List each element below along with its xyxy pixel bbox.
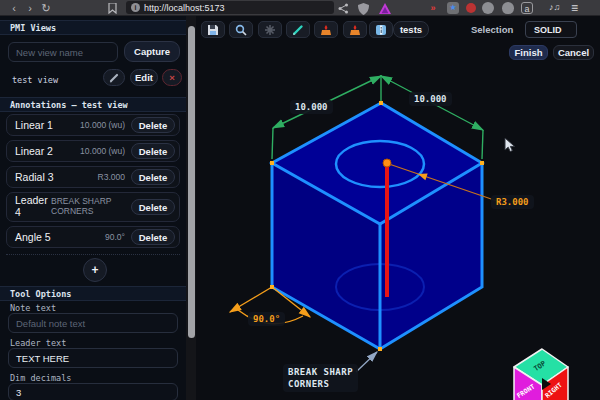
sidebar: PMI Views New view name Capture test vie… [0, 16, 186, 400]
settings-button[interactable] [258, 21, 282, 38]
dim-decimals-input[interactable]: 3 [8, 383, 178, 400]
delete-button[interactable]: Delete [131, 143, 175, 159]
annotation-name: Leader 4 [15, 195, 49, 218]
dim-label-linear-right[interactable]: 10.000 [409, 92, 452, 106]
forward-icon[interactable]: › [22, 0, 38, 16]
reload-icon[interactable]: ↻ [38, 0, 54, 16]
annotation-row-linear-1: Linear 1 10.000 (wu) Delete [6, 114, 180, 136]
mouse-cursor [505, 138, 515, 152]
shield-icon[interactable] [358, 3, 369, 15]
new-view-name-input[interactable]: New view name [8, 42, 118, 62]
delete-button[interactable]: Delete [131, 169, 175, 185]
delete-view-button[interactable]: × [162, 69, 182, 86]
dim-decimals-value: 3 [16, 387, 21, 398]
menu-icon[interactable]: ≡ [571, 1, 578, 15]
selection-label: Selection [471, 24, 513, 35]
capture-button[interactable]: Capture [124, 41, 180, 62]
zoom-icon [235, 24, 247, 36]
panel-icon [375, 24, 387, 36]
tool-flame-button-1[interactable] [314, 21, 338, 38]
leader-text-input[interactable]: TEXT HERE [8, 348, 178, 368]
annotation-row-leader-4: Leader 4 BREAK SHARP CORNERS Delete [6, 192, 180, 222]
panel-button[interactable] [369, 21, 393, 38]
site-info-icon[interactable]: i [131, 3, 140, 12]
delete-button[interactable]: Delete [131, 199, 175, 215]
note-text-input[interactable]: Default note text [8, 313, 178, 333]
delete-button[interactable]: Delete [131, 117, 175, 133]
new-view-name-placeholder: New view name [16, 47, 83, 58]
annotation-row-radial-3: Radial 3 R3.000 Delete [6, 166, 180, 188]
delete-button[interactable]: Delete [131, 229, 175, 245]
browser-toolbar: ‹ › ↻ i http://localhost:5173 » ★ a ♪♫ ≡ [0, 0, 600, 16]
url-text: http://localhost:5173 [144, 3, 225, 13]
annotation-name: Radial 3 [15, 171, 54, 183]
leader-text-value: TEXT HERE [16, 353, 69, 364]
leader-note-label[interactable]: BREAK SHARP CORNERS [283, 364, 358, 392]
tool-flame-button-2[interactable] [343, 21, 367, 38]
triangle-logo-icon[interactable] [379, 3, 391, 14]
pencil-icon [109, 73, 119, 83]
leader-note-line2: CORNERS [288, 378, 353, 390]
extension-star-icon[interactable]: ★ [447, 2, 459, 14]
sidebar-scrollbar-thumb[interactable] [188, 26, 195, 338]
dim-decimals-label: Dim decimals [10, 373, 71, 383]
recapture-button[interactable] [103, 69, 125, 86]
annotation-value: R3.000 [98, 172, 125, 182]
annotation-name: Angle 5 [15, 231, 51, 243]
url-bar[interactable]: i http://localhost:5173 [126, 1, 334, 14]
tool-flame-icon [349, 24, 361, 36]
edit-view-button[interactable]: Edit [130, 69, 158, 86]
view-name-label: test view [12, 75, 58, 85]
bookmark-icon[interactable] [108, 3, 117, 14]
finish-button[interactable]: Finish [509, 45, 548, 60]
share-icon[interactable] [338, 3, 349, 14]
screenshot-a-icon[interactable]: a [521, 2, 533, 14]
annotation-value: 10.000 (wu) [80, 146, 125, 156]
note-text-placeholder: Default note text [16, 318, 85, 329]
viewport-3d-canvas[interactable]: TOP FRONT RIGHT [196, 16, 600, 400]
leader-line [356, 352, 377, 372]
extension-chevrons-icon[interactable]: » [427, 2, 439, 14]
sidebar-scrollbar-track[interactable] [186, 16, 196, 400]
annotate-button[interactable] [286, 21, 310, 38]
annotation-value: 90.0° [105, 232, 125, 242]
tests-button[interactable]: tests [393, 21, 429, 38]
tool-flame-icon [320, 24, 332, 36]
annotation-name: Linear 1 [15, 119, 53, 131]
dim-label-linear-left[interactable]: 10.000 [290, 100, 333, 114]
settings-icon [264, 24, 276, 36]
note-text-label: Note text [10, 303, 56, 313]
annotation-row-linear-2: Linear 2 10.000 (wu) Delete [6, 140, 180, 162]
extension-badge-icon[interactable] [466, 3, 476, 13]
leader-text-label: Leader text [10, 338, 66, 348]
back-icon[interactable]: ‹ [6, 0, 22, 16]
dim-label-radial[interactable]: R3.000 [491, 195, 534, 209]
annotations-header: Annotations — test view [0, 97, 186, 112]
selection-dropdown[interactable]: SOLID [525, 21, 577, 38]
annotation-value: 10.000 (wu) [80, 120, 125, 130]
cancel-button[interactable]: Cancel [553, 45, 594, 60]
circle-center-handle[interactable] [383, 159, 391, 167]
pmi-views-header: PMI Views [0, 20, 186, 35]
extension-sphere-icon[interactable] [482, 2, 494, 14]
music-note-icon[interactable]: ♪♫ [549, 2, 560, 12]
zoom-button[interactable] [229, 21, 253, 38]
divider [6, 254, 180, 255]
annotation-row-angle-5: Angle 5 90.0° Delete [6, 226, 180, 248]
dim-label-angle[interactable]: 90.0° [248, 312, 285, 326]
pencil-icon [292, 24, 304, 36]
add-annotation-button[interactable]: + [83, 258, 107, 282]
annotation-value: BREAK SHARP CORNERS [51, 197, 125, 217]
save-button[interactable] [201, 21, 225, 38]
tool-options-header: Tool Options [0, 286, 186, 301]
leader-note-line1: BREAK SHARP [288, 366, 353, 378]
github-cat-icon[interactable] [502, 2, 514, 14]
annotation-name: Linear 2 [15, 145, 53, 157]
save-icon [207, 24, 219, 36]
